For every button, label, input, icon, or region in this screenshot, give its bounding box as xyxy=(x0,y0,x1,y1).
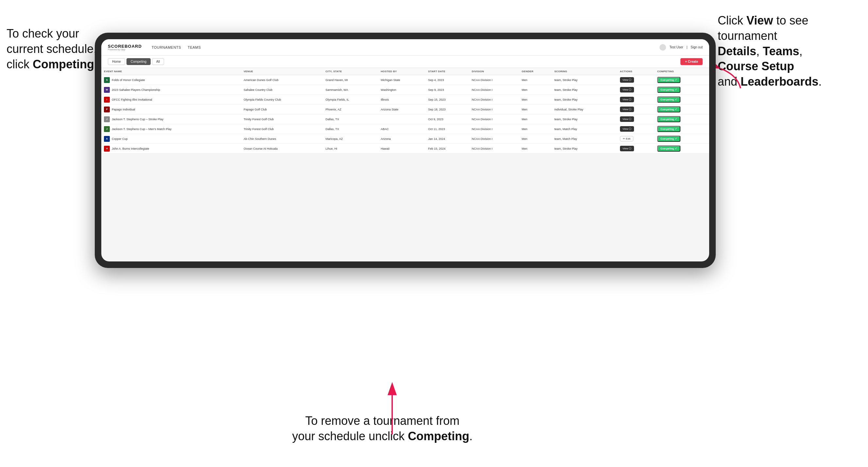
scoreboard-subtitle: Powered by clipp xyxy=(108,49,142,51)
actions-cell-1: View ⓘ xyxy=(617,85,655,95)
cell-0-1: Grand Haven, MI xyxy=(323,75,378,85)
col-actions: ACTIONS xyxy=(617,68,655,75)
event-name-3: Papago Individual xyxy=(112,108,135,111)
cell-3-3: Sep 18, 2023 xyxy=(426,104,469,114)
cell-5-3: Oct 11, 2023 xyxy=(426,124,469,134)
event-name-1: 2023 Sahalee Players Championship xyxy=(112,88,160,92)
event-name-0: Folds of Honor Collegiate xyxy=(112,79,145,82)
view-button-7[interactable]: View ⓘ xyxy=(620,146,634,151)
cell-6-3: Jan 14, 2024 xyxy=(426,134,469,144)
cell-7-5: Men xyxy=(519,144,552,154)
scoreboard-brand: SCOREBOARD Powered by clipp xyxy=(108,44,142,51)
header-right: Test User | Sign out xyxy=(659,44,703,51)
cell-6-4: NCAA Division I xyxy=(469,134,519,144)
col-hosted-by: HOSTED BY xyxy=(378,68,426,75)
competing-badge-1[interactable]: Competing ✓ xyxy=(657,87,680,93)
table-row: A Copper Cup Ak-Chin Southern DunesMaric… xyxy=(101,134,709,144)
competing-cell-0: Competing ✓ xyxy=(655,75,709,85)
nav-teams[interactable]: TEAMS xyxy=(188,45,201,49)
col-scoring: SCORING xyxy=(552,68,617,75)
cell-4-1: Dallas, TX xyxy=(323,114,378,124)
divider: | xyxy=(687,45,688,49)
sign-out-link[interactable]: Sign out xyxy=(690,45,703,49)
event-name-cell-5: J Jackson T. Stephens Cup – Men's Match … xyxy=(101,124,241,134)
event-name-6: Copper Cup xyxy=(112,137,128,141)
col-venue: VENUE xyxy=(241,68,323,75)
cell-4-3: Oct 9, 2023 xyxy=(426,114,469,124)
nav-tournaments[interactable]: TOURNAMENTS xyxy=(152,45,181,49)
col-gender: GENDER xyxy=(519,68,552,75)
cell-0-5: Men xyxy=(519,75,552,85)
user-icon xyxy=(659,44,666,51)
cell-2-1: Olympia Fields, IL xyxy=(323,95,378,104)
event-name-cell-4: J Jackson T. Stephens Cup – Stroke Play xyxy=(101,114,241,124)
cell-6-5: Men xyxy=(519,134,552,144)
actions-cell-3: View ⓘ xyxy=(617,104,655,114)
event-name-cell-7: H John A. Burns Intercollegiate xyxy=(101,144,241,154)
cell-1-3: Sep 9, 2023 xyxy=(426,85,469,95)
table-row: I OFCC Fighting Illini Invitational Olym… xyxy=(101,95,709,104)
cell-6-0: Ak-Chin Southern Dunes xyxy=(241,134,323,144)
table-row: H John A. Burns Intercollegiate Ocean Co… xyxy=(101,144,709,154)
filter-competing[interactable]: Competing xyxy=(126,58,151,65)
cell-2-3: Sep 15, 2023 xyxy=(426,95,469,104)
view-button-2[interactable]: View ⓘ xyxy=(620,97,634,102)
team-logo-1: W xyxy=(104,87,110,93)
event-name-cell-0: S Folds of Honor Collegiate xyxy=(101,75,241,85)
cell-6-6: team, Match Play xyxy=(552,134,617,144)
actions-cell-2: View ⓘ xyxy=(617,95,655,104)
cell-1-4: NCAA Division I xyxy=(469,85,519,95)
cell-2-5: Men xyxy=(519,95,552,104)
table-row: S Folds of Honor Collegiate American Dun… xyxy=(101,75,709,85)
filter-bar: Home Competing All + Create xyxy=(101,56,709,68)
competing-cell-7: Competing ✓ xyxy=(655,144,709,154)
view-button-3[interactable]: View ⓘ xyxy=(620,106,634,112)
competing-badge-0[interactable]: Competing ✓ xyxy=(657,77,680,83)
tablet-frame: SCOREBOARD Powered by clipp TOURNAMENTS … xyxy=(95,33,716,268)
create-button[interactable]: + Create xyxy=(680,58,703,65)
view-button-4[interactable]: View ⓘ xyxy=(620,116,634,122)
cell-5-0: Trinity Forest Golf Club xyxy=(241,124,323,134)
competing-badge-3[interactable]: Competing ✓ xyxy=(657,106,680,113)
table-row: J Jackson T. Stephens Cup – Men's Match … xyxy=(101,124,709,134)
competing-cell-3: Competing ✓ xyxy=(655,104,709,114)
competing-cell-4: Competing ✓ xyxy=(655,114,709,124)
competing-badge-4[interactable]: Competing ✓ xyxy=(657,116,680,122)
cell-0-0: American Dunes Golf Club xyxy=(241,75,323,85)
cell-7-2: Hawaii xyxy=(378,144,426,154)
filter-all[interactable]: All xyxy=(152,58,164,65)
view-button-1[interactable]: View ⓘ xyxy=(620,87,634,92)
cell-2-6: team, Stroke Play xyxy=(552,95,617,104)
cell-0-4: NCAA Division I xyxy=(469,75,519,85)
cell-4-4: NCAA Division I xyxy=(469,114,519,124)
competing-badge-6[interactable]: Competing ✓ xyxy=(657,136,680,142)
user-name: Test User xyxy=(669,45,683,49)
actions-cell-5: View ⓘ xyxy=(617,124,655,134)
header-left: SCOREBOARD Powered by clipp TOURNAMENTS … xyxy=(108,44,201,51)
team-logo-4: J xyxy=(104,116,110,122)
cell-2-0: Olympia Fields Country Club xyxy=(241,95,323,104)
cell-4-5: Men xyxy=(519,114,552,124)
competing-cell-1: Competing ✓ xyxy=(655,85,709,95)
team-logo-3: P xyxy=(104,106,110,113)
cell-5-5: Men xyxy=(519,124,552,134)
actions-cell-6: ✏ Edit xyxy=(617,134,655,144)
cell-2-2: Illinois xyxy=(378,95,426,104)
competing-cell-5: Competing ✓ xyxy=(655,124,709,134)
competing-badge-7[interactable]: Competing ✓ xyxy=(657,146,680,152)
filter-home[interactable]: Home xyxy=(108,58,125,65)
table-row: P Papago Individual Papago Golf ClubPhoe… xyxy=(101,104,709,114)
actions-cell-0: View ⓘ xyxy=(617,75,655,85)
cell-5-2: ABAC xyxy=(378,124,426,134)
edit-button-6[interactable]: ✏ Edit xyxy=(620,136,633,142)
event-name-cell-2: I OFCC Fighting Illini Invitational xyxy=(101,95,241,104)
view-button-0[interactable]: View ⓘ xyxy=(620,77,634,83)
event-name-5: Jackson T. Stephens Cup – Men's Match Pl… xyxy=(112,127,172,131)
view-button-5[interactable]: View ⓘ xyxy=(620,126,634,132)
table-header-row: EVENT NAME VENUE CITY, STATE HOSTED BY S… xyxy=(101,68,709,75)
competing-badge-2[interactable]: Competing ✓ xyxy=(657,96,680,103)
cell-5-4: NCAA Division I xyxy=(469,124,519,134)
competing-badge-5[interactable]: Competing ✓ xyxy=(657,126,680,132)
event-name-cell-3: P Papago Individual xyxy=(101,104,241,114)
cell-1-5: Men xyxy=(519,85,552,95)
